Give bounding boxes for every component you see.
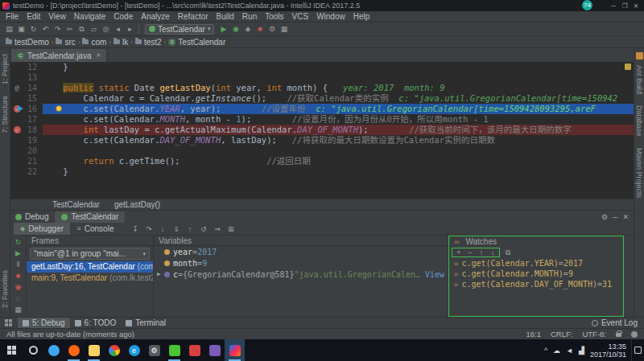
chrome-taskbar-button[interactable] <box>104 339 124 361</box>
lock-icon[interactable] <box>616 333 621 337</box>
menu-code[interactable]: Code <box>109 12 137 21</box>
forward-icon[interactable]: ▸ <box>124 23 136 35</box>
duplicate-watch-icon[interactable]: ⧉ <box>503 248 513 257</box>
stripe-button-1-project[interactable]: 1: Project <box>1 54 9 84</box>
expand-arrow-icon[interactable]: ▶ <box>157 271 164 277</box>
redo-icon[interactable]: ↷ <box>52 23 64 35</box>
gutter-22[interactable] <box>10 166 23 177</box>
hide-icon[interactable]: ─ <box>613 213 617 221</box>
resume-icon[interactable]: ▶ <box>13 248 24 258</box>
mute-breakpoints-icon[interactable]: ◌ <box>13 293 24 303</box>
code-line-12[interactable]: 12 } <box>10 62 634 72</box>
line-number[interactable]: 13 <box>23 72 43 83</box>
breadcrumb-testcalendar[interactable]: TestCalendar <box>52 200 100 209</box>
toolwindow-button-5-debug[interactable]: 5: Debug <box>18 318 70 329</box>
menu-run[interactable]: Run <box>238 12 261 21</box>
watch-item[interactable]: ∞c.get(Calendar.DAY_OF_MONTH) = 31 <box>449 279 623 289</box>
code-line-20[interactable]: 20 <box>10 146 634 156</box>
view-breakpoints-icon[interactable]: ◉ <box>13 282 24 292</box>
line-number[interactable]: 22 <box>23 166 43 177</box>
menu-navigate[interactable]: Navigate <box>70 12 109 21</box>
event-log-button[interactable]: Event Log <box>592 318 641 327</box>
thread-selector[interactable]: "main"@1 in group "mai... ▾ <box>30 248 150 260</box>
settings-icon[interactable]: ⚙ <box>266 23 278 35</box>
line-number[interactable]: 19 <box>23 135 43 146</box>
menu-edit[interactable]: Edit <box>23 12 44 21</box>
code-line-22[interactable]: 22 } <box>10 166 634 177</box>
close-tab-icon[interactable]: ✕ <box>97 52 101 59</box>
force-step-into-icon[interactable]: ⇓ <box>170 225 182 233</box>
line-number[interactable]: 16 <box>23 104 43 114</box>
line-separator-indicator[interactable]: CRLF: <box>551 330 572 338</box>
gutter-14[interactable]: @ <box>10 83 23 93</box>
line-number[interactable]: 21 <box>23 156 43 166</box>
stripe-button-ant-build[interactable]: Ant Build <box>635 65 643 94</box>
nav-crumb-com[interactable]: com <box>80 38 108 47</box>
pause-icon[interactable]: ‖ <box>13 260 24 269</box>
gutter-21[interactable] <box>10 156 23 166</box>
menu-build[interactable]: Build <box>213 12 238 21</box>
menu-file[interactable]: File <box>2 12 23 21</box>
code-line-17[interactable]: 17 c.set(Calendar.MONTH, month - 1); //设… <box>10 114 634 125</box>
caret-position[interactable]: 16:1 <box>526 330 541 338</box>
run-icon[interactable]: ▶ <box>217 23 229 35</box>
menu-vcs[interactable]: VCS <box>288 12 313 21</box>
gutter-17[interactable] <box>10 114 23 125</box>
code-line-21[interactable]: 21 return c.getTime(); //返回日期 <box>10 156 634 166</box>
menu-help[interactable]: Help <box>349 12 374 21</box>
code-line-19[interactable]: 19 c.set(Calendar.DAY_OF_MONTH, lastDay)… <box>10 135 634 146</box>
run-with-coverage-icon[interactable]: ◈ <box>242 23 254 35</box>
watch-item[interactable]: ∞c.get(Calendar.YEAR) = 2017 <box>449 258 623 269</box>
rerun-icon[interactable]: ↻ <box>13 237 24 247</box>
cloud-icon[interactable]: ☁ <box>553 347 560 355</box>
code-line-16[interactable]: ✓16 c.set(Calendar.YEAR, year); //设置年份 c… <box>10 104 634 114</box>
debug-icon[interactable]: ◉ <box>229 23 242 35</box>
nav-crumb-lk[interactable]: lk <box>112 38 130 47</box>
move-watch-up-icon[interactable]: ↑ <box>477 248 486 256</box>
evaluate-expression-icon[interactable]: ⊞ <box>225 225 237 233</box>
tab-console[interactable]: ≡Console <box>71 223 120 235</box>
hector-icon[interactable] <box>631 331 638 338</box>
stripe-button-database[interactable]: Database <box>635 105 643 137</box>
gutter-13[interactable] <box>10 72 23 83</box>
file-explorer-taskbar-button[interactable] <box>84 339 104 361</box>
nav-crumb-testcalendar[interactable]: CTestCalendar <box>167 38 227 47</box>
project-structure-icon[interactable]: ▦ <box>278 23 290 35</box>
save-all-icon[interactable]: ▣ <box>15 23 27 35</box>
line-number[interactable]: 20 <box>23 146 43 156</box>
code-line-14[interactable]: @14 public static Date getLastDay(int ye… <box>10 83 634 93</box>
nav-crumb-testdemo[interactable]: testDemo <box>4 38 51 47</box>
firefox-taskbar-button[interactable] <box>64 339 84 361</box>
paste-icon[interactable]: ▱ <box>88 23 100 35</box>
gutter-20[interactable] <box>10 146 23 156</box>
cortana-button[interactable] <box>23 339 43 361</box>
line-number[interactable]: 14 <box>23 83 43 93</box>
stripe-button-7-structure[interactable]: 7: Structure <box>1 96 9 133</box>
variable-item[interactable]: ▶c = {GregorianCalendar@581} "java.util.… <box>154 269 448 280</box>
edge-taskbar-button[interactable]: e <box>124 339 144 361</box>
drop-frame-icon[interactable]: ↺ <box>197 225 209 233</box>
watch-item[interactable]: ∞c.get(Calendar.MONTH) = 9 <box>449 269 623 279</box>
gutter-12[interactable] <box>10 62 23 72</box>
editor-tab-testcalendar[interactable]: C TestCalendar.java ✕ <box>11 49 107 62</box>
tray-expand-icon[interactable]: ^ <box>544 347 547 355</box>
line-number[interactable]: 17 <box>23 114 43 125</box>
breakpoint-icon[interactable]: ✓ <box>14 126 21 133</box>
line-number[interactable]: 15 <box>23 93 43 104</box>
variable-item[interactable]: month = 9 <box>154 257 448 269</box>
sync-icon[interactable]: ↻ <box>27 23 39 35</box>
app-red-taskbar-button[interactable] <box>184 339 204 361</box>
settings-icon[interactable]: ⚙ <box>601 213 608 221</box>
gutter-19[interactable] <box>10 135 23 146</box>
stop-icon[interactable]: ■ <box>254 23 266 35</box>
gutter-16[interactable]: ✓ <box>10 104 23 114</box>
line-number[interactable]: 12 <box>23 62 43 72</box>
tim-taskbar-button[interactable] <box>43 339 64 361</box>
minimize-button[interactable]: ─ <box>608 2 619 10</box>
tab-debugger[interactable]: ◈Debugger <box>14 223 70 235</box>
code-editor[interactable]: 12 }13@14 public static Date getLastDay(… <box>10 62 634 199</box>
stop-icon[interactable]: ■ <box>13 271 24 281</box>
network-icon[interactable]: ▟ <box>579 347 584 355</box>
add-watch-icon[interactable]: + <box>454 248 464 256</box>
run-to-cursor-icon[interactable]: ⇒ <box>211 225 223 233</box>
